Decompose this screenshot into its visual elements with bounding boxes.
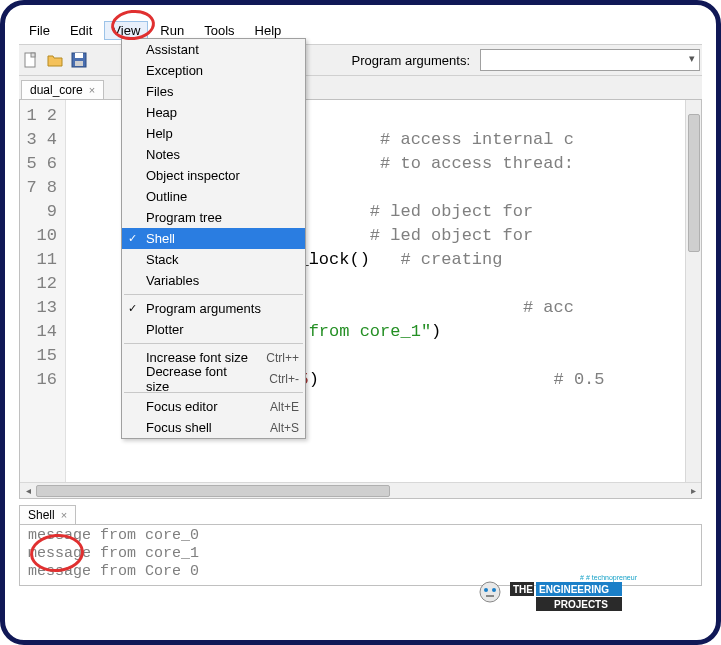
svg-point-10 (492, 588, 496, 592)
menu-item-label: Shell (146, 231, 175, 246)
menu-item-plotter[interactable]: Plotter (122, 319, 305, 340)
menu-item-label: Plotter (146, 322, 184, 337)
svg-rect-3 (75, 53, 83, 58)
menu-item-label: Focus editor (146, 399, 218, 414)
logo-word-the: THE (513, 584, 533, 595)
menu-item-stack[interactable]: Stack (122, 249, 305, 270)
menu-item-program-tree[interactable]: Program tree (122, 207, 305, 228)
logo-word-projects: PROJECTS (554, 599, 608, 610)
menu-shortcut: Alt+E (254, 400, 299, 414)
svg-rect-11 (486, 595, 494, 597)
line-gutter: 1 2 3 4 5 6 7 8 9 10 11 12 13 14 15 16 (20, 100, 66, 498)
editor-tab-label: dual_core (30, 83, 83, 97)
menu-item-assistant[interactable]: Assistant (122, 39, 305, 60)
logo-tagline-text: # technopreneur (586, 574, 638, 582)
hscrollbar-thumb[interactable] (36, 485, 390, 497)
menu-item-label: Assistant (146, 42, 199, 57)
svg-point-8 (480, 582, 500, 602)
menu-item-help[interactable]: Help (122, 123, 305, 144)
close-icon[interactable]: × (89, 84, 95, 96)
menu-shortcut: Ctrl++ (250, 351, 299, 365)
save-file-icon[interactable] (69, 50, 89, 70)
menu-item-focus-shell[interactable]: Focus shellAlt+S (122, 417, 305, 438)
menu-item-label: Program tree (146, 210, 222, 225)
menu-item-label: Exception (146, 63, 203, 78)
menu-item-label: Notes (146, 147, 180, 162)
horizontal-scrollbar[interactable]: ◂ ▸ (20, 482, 701, 498)
scroll-left-icon[interactable]: ◂ (20, 483, 36, 499)
menu-file[interactable]: File (21, 21, 58, 40)
menu-item-variables[interactable]: Variables (122, 270, 305, 291)
editor-tab[interactable]: dual_core × (21, 80, 104, 99)
menu-item-program-arguments[interactable]: ✓Program arguments (122, 298, 305, 319)
vertical-scrollbar[interactable] (685, 100, 701, 482)
scroll-right-icon[interactable]: ▸ (685, 483, 701, 499)
shell-tab[interactable]: Shell × (19, 505, 76, 524)
logo-word-engineering: ENGINEERING (539, 584, 609, 595)
svg-rect-1 (31, 53, 35, 57)
menu-item-focus-editor[interactable]: Focus editorAlt+E (122, 396, 305, 417)
menu-item-label: Focus shell (146, 420, 212, 435)
open-file-icon[interactable] (45, 50, 65, 70)
menu-shortcut: Ctrl+- (253, 372, 299, 386)
menu-item-object-inspector[interactable]: Object inspector (122, 165, 305, 186)
close-icon[interactable]: × (61, 509, 67, 521)
menu-item-heap[interactable]: Heap (122, 102, 305, 123)
shell-line: message from core_1 (28, 545, 693, 563)
menu-item-shell[interactable]: ✓Shell (122, 228, 305, 249)
menu-item-label: Object inspector (146, 168, 240, 183)
menu-item-label: Stack (146, 252, 179, 267)
logo-tagline: # (580, 574, 584, 581)
menu-item-decrease-font-size[interactable]: Decrease font sizeCtrl+- (122, 368, 305, 389)
menu-item-label: Heap (146, 105, 177, 120)
menu-item-label: Help (146, 126, 173, 141)
menu-item-label: Outline (146, 189, 187, 204)
program-arguments-dropdown[interactable] (480, 49, 700, 71)
menu-item-exception[interactable]: Exception (122, 60, 305, 81)
menu-item-label: Program arguments (146, 301, 261, 316)
menu-item-label: Files (146, 84, 173, 99)
shell-line: message from core_0 (28, 527, 693, 545)
menu-item-label: Variables (146, 273, 199, 288)
menu-item-label: Decrease font size (146, 364, 253, 394)
menu-shortcut: Alt+S (254, 421, 299, 435)
program-arguments-label: Program arguments: (352, 53, 471, 68)
menu-edit[interactable]: Edit (62, 21, 100, 40)
site-logo: # # technopreneur THE ENGINEERING PROJEC… (460, 572, 660, 612)
shell-tab-label: Shell (28, 508, 55, 522)
view-menu-dropdown: AssistantExceptionFilesHeapHelpNotesObje… (121, 38, 306, 439)
svg-point-9 (484, 588, 488, 592)
scrollbar-thumb[interactable] (688, 114, 700, 252)
new-file-icon[interactable] (21, 50, 41, 70)
menu-separator (124, 294, 303, 295)
check-icon: ✓ (128, 302, 137, 315)
menu-item-files[interactable]: Files (122, 81, 305, 102)
check-icon: ✓ (128, 232, 137, 245)
menu-item-notes[interactable]: Notes (122, 144, 305, 165)
menu-separator (124, 343, 303, 344)
menu-item-outline[interactable]: Outline (122, 186, 305, 207)
svg-rect-4 (75, 61, 83, 66)
